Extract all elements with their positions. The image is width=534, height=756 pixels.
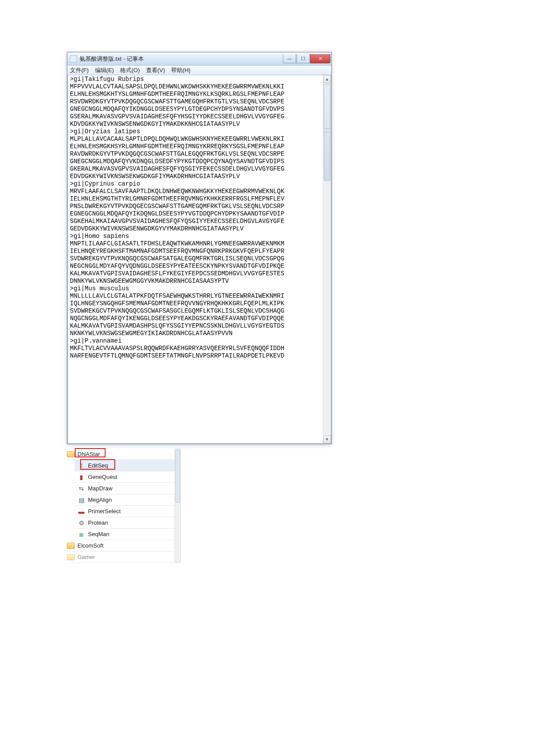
arrows-icon: ⇆ [77,485,85,493]
app-icon [70,55,77,62]
program-protean[interactable]: ⚙ Protean [75,517,175,529]
menu-file[interactable]: 文件(F) [70,66,89,74]
menu-help[interactable]: 帮助(H) [171,66,190,74]
maximize-button[interactable]: ☐ [296,54,310,63]
folder-dnastar[interactable]: DNAStar [67,449,175,460]
scroll-thumb[interactable] [324,84,330,181]
menu-edit[interactable]: 编辑(E) [95,66,114,74]
scroll-up-button[interactable]: ▲ [323,75,331,83]
program-seqman[interactable]: ≣ SeqMan [75,529,175,540]
scroll-track[interactable] [323,83,331,435]
titlebar[interactable]: 氨基酸调整版.txt - 记事本 — ☐ ✕ [67,52,331,66]
program-megalign[interactable]: ▤ MegAlign [75,494,175,506]
menubar: 文件(F) 编辑(E) 格式(O) 查看(V) 帮助(H) [67,66,331,75]
program-label: Protean [88,519,108,526]
program-list-scrollbar[interactable] [175,449,181,563]
red-square-icon: ▮ [77,473,85,481]
notepad-window: 氨基酸调整版.txt - 记事本 — ☐ ✕ 文件(F) 编辑(E) 格式(O)… [67,52,332,444]
program-label: EditSeq [88,462,108,469]
folder-label: ElcomSoft [77,542,103,549]
vertical-scrollbar[interactable]: ▲ ▼ [323,75,331,443]
red-dash-icon: ▬ [77,508,85,515]
folder-icon [67,543,75,549]
folder-gamer[interactable]: Gamer [67,551,175,563]
minimize-button[interactable]: — [283,54,296,63]
program-genequest[interactable]: ▮ GeneQuest [75,471,175,483]
program-label: MegAlign [88,497,112,503]
text-area[interactable]: >gi|Takifugu Rubrips MFPVVVLALCVTAALSAPS… [68,75,323,443]
globe-icon: ⟟ [77,462,85,470]
blue-bars-icon: ▤ [77,496,85,504]
program-label: SeqMan [88,531,109,537]
close-button[interactable]: ✕ [310,54,330,63]
program-primerselect[interactable]: ▬ PrimerSelect [75,506,175,517]
folder-elcomsoft[interactable]: ElcomSoft [67,540,175,551]
start-menu-programs: DNAStar ⟟ EditSeq ▮ GeneQuest ⇆ MapDraw … [67,449,175,563]
window-title: 氨基酸调整版.txt - 记事本 [80,55,282,63]
menu-view[interactable]: 查看(V) [146,66,165,74]
program-label: GeneQuest [88,474,117,480]
scroll-down-button[interactable]: ▼ [323,435,331,443]
program-label: MapDraw [88,485,113,492]
menu-format[interactable]: 格式(O) [120,66,140,74]
seq-icon: ≣ [77,530,85,538]
folder-label: DNAStar [77,451,100,457]
window-controls: — ☐ ✕ [282,54,330,63]
text-area-wrapper: >gi|Takifugu Rubrips MFPVVVLALCVTAALSAPS… [67,75,331,444]
folder-icon [67,554,75,560]
gear-icon: ⚙ [77,519,85,527]
folder-label: Gamer [77,554,95,560]
program-editseq[interactable]: ⟟ EditSeq [75,460,175,471]
folder-icon [67,451,75,457]
scroll-thumb[interactable] [176,450,180,503]
program-mapdraw[interactable]: ⇆ MapDraw [75,483,175,494]
program-label: PrimerSelect [88,508,121,515]
